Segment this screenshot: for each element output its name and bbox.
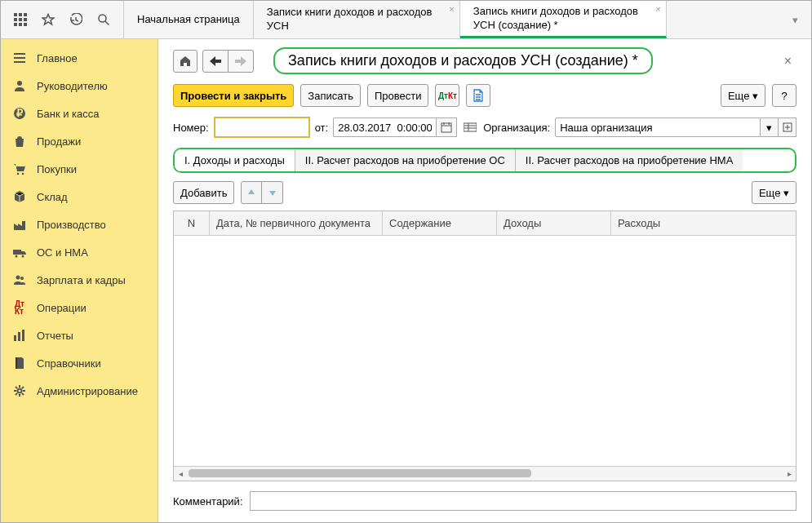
sidebar-item-admin[interactable]: Администрирование: [1, 377, 158, 405]
tab-list[interactable]: Записи книги доходов и расходов УСН ×: [254, 1, 460, 38]
open-icon[interactable]: [779, 117, 796, 137]
svg-rect-22: [22, 330, 24, 341]
scroll-right-icon[interactable]: ▸: [783, 467, 796, 481]
post-close-button[interactable]: Провести и закрыть: [173, 84, 294, 107]
more-button[interactable]: Еще ▾: [721, 84, 765, 107]
search-icon[interactable]: [95, 11, 112, 28]
people-icon: [12, 273, 27, 287]
svg-rect-1: [19, 13, 22, 16]
horizontal-scrollbar[interactable]: ◂ ▸: [174, 466, 796, 481]
help-button[interactable]: ?: [772, 84, 796, 107]
list-mode-icon[interactable]: [462, 119, 478, 135]
inner-tab-nma[interactable]: II. Расчет расходов на приобретение НМА: [516, 149, 743, 171]
sidebar-item-label: Руководителю: [37, 80, 108, 92]
svg-rect-20: [14, 335, 16, 341]
inner-tabs: I. Доходы и расходы II. Расчет расходов …: [173, 148, 796, 173]
col-income[interactable]: Доходы: [497, 211, 611, 235]
move-down-button[interactable]: [262, 181, 283, 204]
sidebar-item-warehouse[interactable]: Склад: [1, 183, 158, 211]
table-more-button[interactable]: Еще ▾: [752, 181, 796, 204]
svg-text:₽: ₽: [16, 107, 24, 119]
inner-tab-income-expense[interactable]: I. Доходы и расходы: [175, 149, 295, 171]
col-content[interactable]: Содержание: [383, 211, 497, 235]
svg-line-10: [105, 21, 109, 25]
back-button[interactable]: [202, 50, 229, 73]
form-row: Номер: от: Организация: ▾: [173, 117, 796, 138]
sidebar-item-main[interactable]: Главное: [1, 44, 158, 72]
post-button[interactable]: Провести: [367, 84, 429, 107]
calendar-icon[interactable]: [436, 117, 457, 137]
sidebar-item-reports[interactable]: Отчеты: [1, 321, 158, 349]
sidebar-item-sales[interactable]: Продажи: [1, 127, 158, 155]
tab-start-page[interactable]: Начальная страница: [124, 1, 254, 38]
svg-point-17: [22, 255, 24, 258]
forward-button[interactable]: [229, 50, 254, 73]
sidebar-item-production[interactable]: Производство: [1, 211, 158, 238]
scroll-left-icon[interactable]: ◂: [174, 467, 187, 481]
dk-icon: ДтКт: [12, 300, 27, 315]
tab-label: Записи книги доходов и расходов УСН: [267, 6, 446, 33]
truck-icon: [12, 245, 27, 259]
svg-rect-8: [24, 23, 27, 26]
page-title: Запись книги доходов и расходов УСН (соз…: [273, 47, 653, 74]
svg-rect-26: [464, 123, 477, 131]
tabs: Начальная страница Записи книги доходов …: [124, 1, 779, 38]
chart-icon: [12, 328, 27, 343]
move-up-button[interactable]: [241, 181, 262, 204]
inner-tab-os[interactable]: II. Расчет расходов на приобретение ОС: [295, 149, 516, 171]
sidebar-item-manager[interactable]: Руководителю: [1, 72, 158, 100]
sidebar-item-fixed-assets[interactable]: ОС и НМА: [1, 238, 158, 266]
svg-point-18: [16, 276, 20, 280]
sidebar-item-label: Производство: [37, 219, 106, 231]
sidebar-item-bank[interactable]: ₽ Банк и касса: [1, 100, 158, 127]
scroll-thumb[interactable]: [189, 469, 531, 477]
svg-rect-5: [24, 18, 27, 21]
tab-edit[interactable]: Запись книги доходов и расходов УСН (соз…: [460, 1, 667, 38]
tabs-dropdown[interactable]: ▾: [779, 1, 811, 38]
date-input[interactable]: [333, 117, 436, 137]
table-body[interactable]: [174, 236, 796, 466]
org-input[interactable]: [555, 117, 761, 137]
sidebar-item-label: Покупки: [37, 163, 77, 175]
chevron-down-icon[interactable]: ▾: [761, 117, 779, 137]
svg-point-19: [20, 277, 24, 280]
svg-point-11: [17, 81, 22, 86]
sidebar-item-label: Главное: [37, 52, 78, 64]
close-icon[interactable]: ×: [449, 4, 454, 14]
svg-rect-3: [14, 18, 17, 21]
number-label: Номер:: [173, 122, 209, 134]
close-icon[interactable]: ×: [655, 4, 660, 14]
svg-rect-6: [14, 23, 17, 26]
col-expense[interactable]: Расходы: [611, 211, 796, 235]
sidebar-item-purchases[interactable]: Покупки: [1, 155, 158, 183]
dtkt-button[interactable]: ДтКт: [435, 84, 459, 107]
col-doc[interactable]: Дата, № первичного документа: [210, 211, 383, 235]
close-icon[interactable]: ×: [779, 52, 796, 70]
comment-label: Комментарий:: [173, 495, 243, 507]
svg-rect-0: [14, 13, 17, 16]
apps-icon[interactable]: [12, 11, 29, 28]
comment-input[interactable]: [250, 491, 797, 511]
comment-row: Комментарий:: [173, 491, 796, 511]
history-icon[interactable]: [68, 11, 84, 28]
add-button[interactable]: Добавить: [173, 181, 234, 204]
svg-point-16: [16, 255, 18, 258]
sidebar-item-catalogs[interactable]: Справочники: [1, 349, 158, 377]
svg-rect-23: [16, 357, 17, 369]
sidebar-item-operations[interactable]: ДтКт Операции: [1, 294, 158, 321]
col-n[interactable]: N: [174, 211, 210, 235]
title-row: Запись книги доходов и расходов УСН (соз…: [173, 47, 796, 74]
table: N Дата, № первичного документа Содержани…: [173, 211, 796, 481]
home-button[interactable]: [173, 50, 197, 73]
chevron-down-icon: ▾: [752, 90, 758, 102]
svg-point-24: [18, 389, 22, 393]
topbar: Начальная страница Записи книги доходов …: [1, 1, 811, 39]
sidebar-item-hr[interactable]: Зарплата и кадры: [1, 266, 158, 294]
sidebar-item-label: Операции: [37, 302, 87, 314]
document-icon[interactable]: [466, 84, 490, 107]
number-input[interactable]: [214, 117, 310, 138]
save-button[interactable]: Записать: [300, 84, 361, 107]
star-icon[interactable]: [40, 11, 56, 28]
tab-label: Запись книги доходов и расходов УСН (соз…: [473, 5, 653, 33]
chevron-down-icon: ▾: [783, 187, 789, 199]
